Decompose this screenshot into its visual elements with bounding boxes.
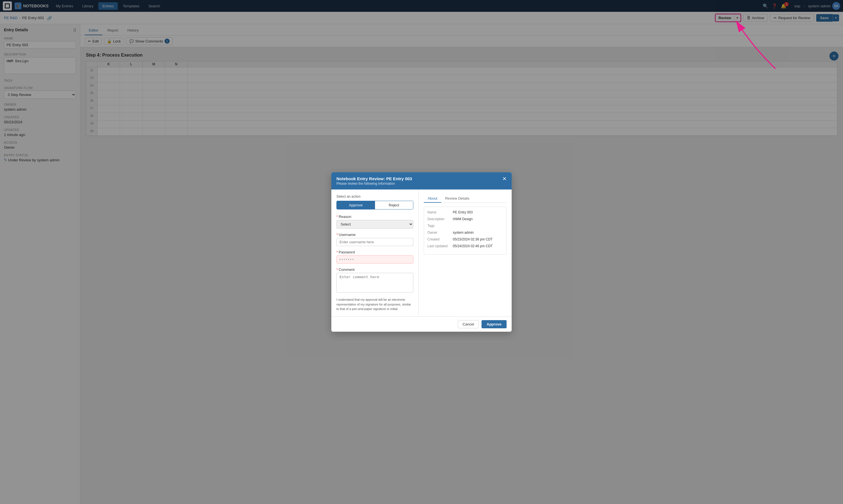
about-lastupdated-label: Last Updated <box>427 244 453 248</box>
approve-tab[interactable]: Approve <box>337 201 375 209</box>
about-owner-label: Owner <box>427 231 453 235</box>
form-reason-row: * Reason Select <box>336 215 413 229</box>
form-comment-row: * Comment <box>336 268 413 293</box>
form-password-label: * Password <box>336 250 413 254</box>
form-username-label: * Username <box>336 233 413 237</box>
about-lastupdated-value: 05/24/2024 02:46 pm CDT <box>453 244 503 248</box>
username-input[interactable] <box>336 238 413 246</box>
about-tags-row: Tags <box>427 224 503 228</box>
form-password-row: * Password <box>336 250 413 264</box>
about-created-row: Created 05/23/2024 02:36 pm CDT <box>427 237 503 241</box>
required-star: * <box>336 250 338 254</box>
required-star: * <box>336 233 338 237</box>
required-star: * <box>336 215 338 219</box>
about-description-label: Description <box>427 217 453 221</box>
modal-title: Notebook Entry Review: PE Entry 003 <box>336 176 412 181</box>
about-owner-row: Owner system admin <box>427 231 503 235</box>
about-name-label: Name <box>427 210 453 214</box>
modal-header: Notebook Entry Review: PE Entry 003 Plea… <box>331 172 512 190</box>
about-box: Name PE Entry 003 Description HWM Design… <box>424 207 507 254</box>
modal-close-button[interactable]: ✕ <box>502 176 507 181</box>
modal-overlay: Notebook Entry Review: PE Entry 003 Plea… <box>0 0 843 504</box>
about-owner-value: system admin <box>453 231 503 235</box>
comment-textarea[interactable] <box>336 273 413 292</box>
modal-right-panel: About Review Details Name PE Entry 003 D… <box>419 190 512 317</box>
reject-tab[interactable]: Reject <box>375 201 413 209</box>
form-username-row: * Username <box>336 233 413 246</box>
about-lastupdated-row: Last Updated 05/24/2024 02:46 pm CDT <box>427 244 503 248</box>
action-tabs: Approve Reject <box>336 201 413 210</box>
about-description-row: Description HWM Design <box>427 217 503 221</box>
form-comment-label: * Comment <box>336 268 413 272</box>
review-modal: Notebook Entry Review: PE Entry 003 Plea… <box>331 172 512 332</box>
modal-body: Select an action Approve Reject * Reason… <box>331 190 512 317</box>
about-name-row: Name PE Entry 003 <box>427 210 503 214</box>
signature-text: I understand that my approval will be an… <box>336 297 413 311</box>
about-name-value: PE Entry 003 <box>453 210 503 214</box>
action-select-label: Select an action <box>336 195 413 198</box>
modal-left-panel: Select an action Approve Reject * Reason… <box>331 190 419 317</box>
about-tags-value <box>453 224 503 228</box>
modal-tab-about[interactable]: About <box>424 195 441 203</box>
about-created-label: Created <box>427 237 453 241</box>
password-input[interactable] <box>336 255 413 264</box>
about-tags-label: Tags <box>427 224 453 228</box>
cancel-button[interactable]: Cancel <box>458 320 479 328</box>
modal-about-tabs: About Review Details <box>424 195 507 203</box>
modal-tab-review-details[interactable]: Review Details <box>441 195 473 203</box>
modal-footer: Cancel Approve <box>331 317 512 332</box>
modal-subtitle: Please review the following information <box>336 182 412 185</box>
about-created-value: 05/23/2024 02:36 pm CDT <box>453 237 503 241</box>
about-description-value: HWM Design <box>453 217 503 221</box>
approve-button[interactable]: Approve <box>481 320 507 328</box>
required-star: * <box>336 268 338 272</box>
reason-select[interactable]: Select <box>336 220 413 229</box>
form-reason-label: * Reason <box>336 215 413 219</box>
